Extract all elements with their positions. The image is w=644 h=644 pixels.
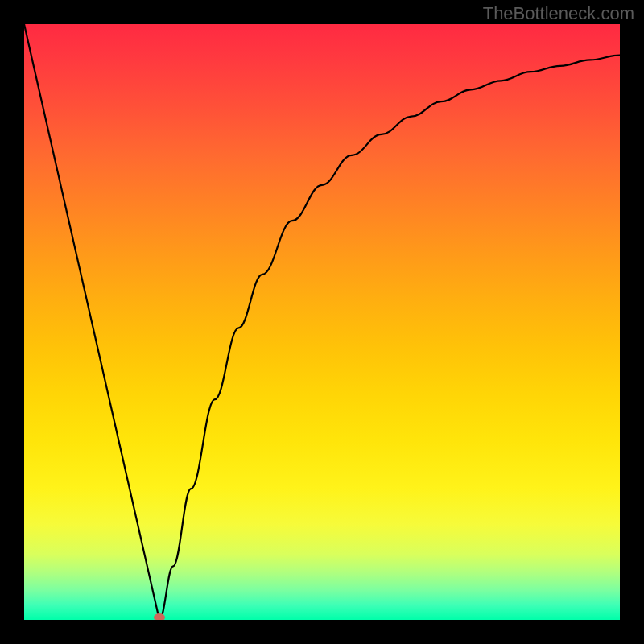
watermark-text: TheBottleneck.com — [483, 3, 634, 24]
bottleneck-curve — [24, 24, 620, 620]
optimum-marker — [154, 613, 165, 620]
curve-svg — [24, 24, 620, 620]
chart-container: TheBottleneck.com — [0, 0, 644, 644]
plot-area — [24, 24, 620, 620]
